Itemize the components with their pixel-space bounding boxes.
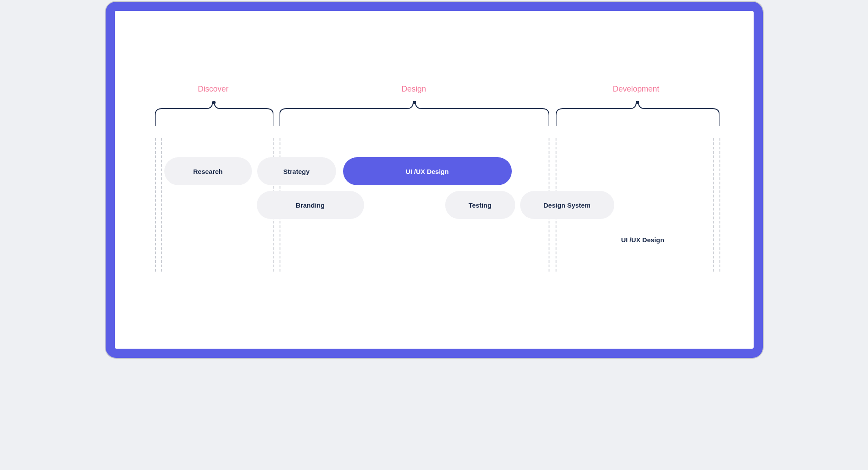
activity-branding: Branding	[257, 191, 364, 219]
phase-divider	[161, 138, 162, 272]
outer-frame: Discover Design Development Research Str…	[106, 2, 763, 358]
phase-label-discover: Discover	[198, 85, 229, 94]
activity-research: Research	[164, 157, 252, 185]
activity-design-system: Design System	[520, 191, 614, 219]
activity-uiux-design: UI /UX Design	[343, 157, 512, 185]
phase-divider	[713, 138, 714, 272]
phase-label-design: Design	[402, 85, 426, 94]
bracket-development-icon	[556, 102, 719, 126]
phase-divider	[719, 138, 720, 272]
activity-uiux-dev-label: UI /UX Design	[621, 236, 664, 244]
phase-label-development: Development	[613, 85, 659, 94]
bracket-design-icon	[280, 102, 549, 126]
canvas: Discover Design Development Research Str…	[115, 11, 754, 349]
activity-strategy: Strategy	[257, 157, 336, 185]
bracket-discover-icon	[155, 102, 273, 126]
phase-divider	[155, 138, 156, 272]
activity-testing: Testing	[445, 191, 515, 219]
